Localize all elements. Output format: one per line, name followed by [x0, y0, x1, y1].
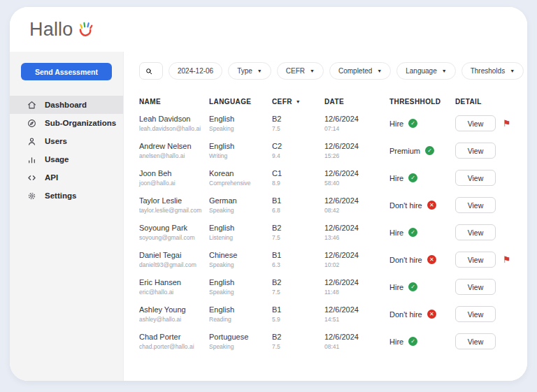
threshold-label: Don't hire — [389, 256, 422, 264]
language-value: English — [209, 224, 272, 232]
name-cell: Andrew Nelsen anelsen@hallo.ai — [139, 142, 209, 159]
threshold-label: Hire — [389, 119, 403, 128]
date-cell: 12/6/2024 15:26 — [324, 142, 389, 159]
status-icon: ✓ — [408, 282, 417, 291]
language-filter-dropdown[interactable]: Language ▼ — [396, 62, 455, 80]
threshold-label: Hire — [389, 228, 403, 237]
language-cell: German Speaking — [209, 196, 272, 214]
flag-icon: ⚑ — [503, 255, 511, 264]
sidebar-item-label: Dashboard — [45, 101, 87, 109]
view-button[interactable]: View — [455, 143, 496, 159]
cefr-filter-label: CEFR — [286, 67, 305, 75]
cefr-cell: B1 5.9 — [272, 305, 324, 323]
bar-chart-icon — [27, 155, 36, 164]
column-header-name: NAME — [139, 98, 209, 106]
skill-value: Listening — [209, 234, 272, 241]
chevron-down-icon: ▼ — [442, 68, 447, 73]
view-button[interactable]: View — [455, 252, 496, 268]
table-row: Soyoung Park soyoung@gmail.com English L… — [139, 219, 512, 246]
search-box[interactable] — [139, 62, 163, 80]
view-button[interactable]: View — [455, 197, 496, 213]
date-filter[interactable]: 2024-12-06 — [169, 62, 222, 80]
cefr-score: 6.8 — [272, 207, 324, 214]
column-header-date: DATE — [324, 98, 389, 106]
time-value: 07:14 — [324, 125, 389, 132]
filter-bar: 2024-12-06 Type ▼ CEFR ▼ Completed ▼ — [139, 52, 512, 87]
cefr-level: B2 — [272, 278, 324, 286]
detail-cell: View ⚑ — [455, 143, 512, 159]
view-button[interactable]: View — [455, 279, 496, 295]
threshold-label: Don't hire — [389, 310, 422, 319]
thresholds-filter-dropdown[interactable]: Thresholds ▼ — [461, 62, 524, 80]
view-button[interactable]: View — [455, 170, 496, 186]
name-cell: Chad Porter chad.porter@hallo.ai — [139, 333, 209, 350]
table-row: Leah Davidson leah.davidson@hallo.ai Eng… — [139, 110, 512, 137]
sidebar-item-users[interactable]: Users — [10, 132, 123, 150]
sidebar-item-api[interactable]: API — [10, 168, 123, 187]
cefr-level: B2 — [272, 224, 324, 232]
user-name: Ashley Young — [139, 305, 209, 314]
status-icon: ✓ — [408, 337, 417, 346]
view-button[interactable]: View — [455, 306, 496, 322]
type-filter-dropdown[interactable]: Type ▼ — [228, 62, 271, 80]
cefr-cell: B2 7.5 — [272, 224, 324, 241]
status-icon: ✓ — [408, 119, 417, 128]
date-value: 12/6/2024 — [324, 278, 389, 286]
send-assessment-button[interactable]: Send Assessment — [21, 63, 112, 80]
date-filter-value: 2024-12-06 — [178, 67, 213, 75]
view-button[interactable]: View — [455, 333, 496, 349]
sidebar-item-settings[interactable]: Settings — [10, 187, 123, 205]
sidebar-item-usage[interactable]: Usage — [10, 150, 123, 168]
detail-cell: View ⚑ — [455, 252, 512, 268]
user-email: chad.porter@hallo.ai — [139, 343, 209, 350]
sidebar-item-label: Users — [45, 137, 67, 145]
view-button[interactable]: View — [455, 224, 496, 240]
type-filter-label: Type — [237, 67, 252, 75]
user-email: taylor.leslie@gmail.com — [139, 207, 209, 214]
table-row: Andrew Nelsen anelsen@hallo.ai English W… — [139, 137, 512, 164]
sidebar-nav: Dashboard Sub-Organizations Users — [10, 96, 123, 205]
time-value: 58:40 — [324, 180, 389, 187]
user-email: eric@hallo.ai — [139, 289, 209, 296]
chevron-down-icon: ▼ — [510, 68, 515, 73]
sidebar-item-dashboard[interactable]: Dashboard — [10, 96, 123, 114]
threshold-cell: Hire ✓ — [389, 173, 455, 182]
threshold-cell: Hire ✓ — [389, 282, 455, 291]
column-header-cefr[interactable]: CEFR▼ — [272, 98, 324, 106]
cefr-cell: B1 6.3 — [272, 251, 324, 268]
threshold-cell: Don't hire ✕ — [389, 201, 455, 210]
language-cell: English Writing — [209, 142, 272, 159]
language-value: German — [209, 196, 272, 205]
date-value: 12/6/2024 — [324, 142, 389, 150]
time-value: 08:42 — [324, 207, 389, 214]
chevron-down-icon: ▼ — [310, 68, 315, 73]
user-email: danielt93@gmail.com — [139, 261, 209, 268]
status-icon: ✕ — [427, 201, 436, 210]
time-value: 14:51 — [324, 316, 389, 323]
threshold-cell: Hire ✓ — [389, 337, 455, 346]
date-cell: 12/6/2024 14:51 — [324, 305, 389, 323]
app-card: Hallo Send Assessment — [10, 7, 527, 381]
threshold-cell: Premium ✓ — [389, 146, 455, 155]
sort-caret-icon: ▼ — [296, 99, 301, 104]
view-button[interactable]: View — [455, 115, 496, 131]
main-content: 2024-12-06 Type ▼ CEFR ▼ Completed ▼ — [123, 52, 527, 381]
cefr-cell: B1 6.8 — [272, 196, 324, 214]
cefr-level: B1 — [272, 196, 324, 205]
threshold-cell: Hire ✓ — [389, 228, 455, 237]
cefr-cell: B2 7.5 — [272, 333, 324, 350]
table-body: Leah Davidson leah.davidson@hallo.ai Eng… — [139, 110, 512, 355]
completed-filter-dropdown[interactable]: Completed ▼ — [329, 62, 391, 80]
cefr-filter-dropdown[interactable]: CEFR ▼ — [277, 62, 324, 80]
hand-logo-icon — [76, 20, 95, 39]
cefr-cell: B2 7.5 — [272, 115, 324, 132]
status-icon: ✓ — [425, 146, 434, 155]
threshold-label: Hire — [389, 174, 403, 182]
detail-cell: View ⚑ — [455, 170, 512, 186]
date-value: 12/6/2024 — [324, 224, 389, 232]
sidebar-item-sub-organizations[interactable]: Sub-Organizations — [10, 114, 123, 132]
cefr-level: C2 — [272, 142, 324, 150]
sidebar-item-label: Sub-Organizations — [45, 119, 116, 127]
cefr-score: 6.3 — [272, 261, 324, 268]
table-row: Chad Porter chad.porter@hallo.ai Portugu… — [139, 328, 512, 355]
